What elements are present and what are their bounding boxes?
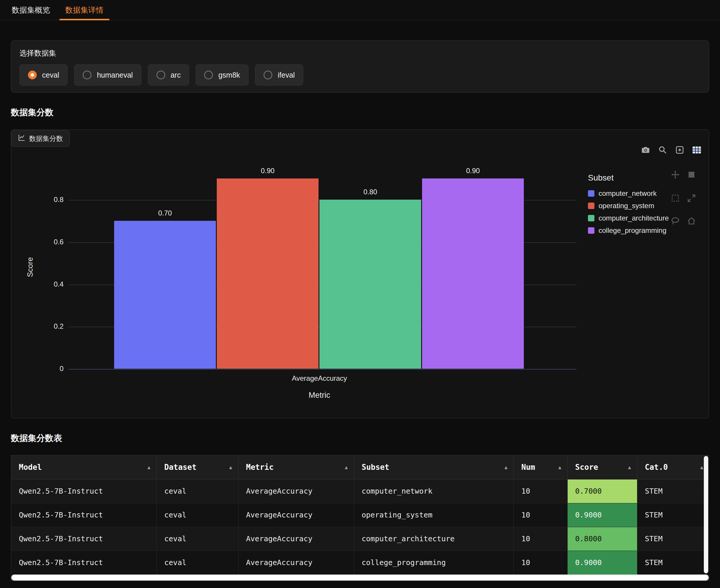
y-tick-label: 0.8 (23, 195, 64, 204)
radio-label: humaneval (97, 71, 132, 79)
zoom-icon[interactable] (657, 144, 668, 155)
radio-ifeval[interactable]: ifeval (255, 64, 303, 86)
score-cell: 0.7000 (567, 479, 637, 503)
scrollbar-thumb[interactable] (12, 575, 708, 580)
horizontal-scrollbar[interactable] (11, 574, 709, 581)
dataset-cell: ceval (157, 479, 238, 503)
table-row: Qwen2.5-7B-Instruct ceval AverageAccurac… (11, 527, 709, 551)
radio-ceval[interactable]: ceval (19, 64, 68, 86)
dataset-radio-group: ceval humaneval arc gsm8k ifeval (19, 64, 701, 86)
radio-humaneval[interactable]: humaneval (74, 64, 141, 86)
num-cell: 10 (514, 479, 567, 503)
legend-item-label: operating_system (598, 202, 654, 210)
chart-tab-button[interactable]: 数据集分数 (11, 130, 70, 147)
metric-cell: AverageAccuracy (238, 551, 354, 574)
legend-item-college-programming[interactable]: college_programming (588, 224, 715, 237)
model-cell: Qwen2.5-7B-Instruct (11, 479, 157, 503)
subset-cell: college_programming (354, 551, 514, 574)
radio-label: ceval (42, 71, 59, 79)
model-cell: Qwen2.5-7B-Instruct (11, 503, 157, 527)
bar-value-label: 0.80 (320, 188, 421, 196)
top-tabbar: 数据集概览 数据集详情 (0, 0, 720, 20)
bar-chart: 0.8 0.6 0.4 0.2 0 Score 0.70 0.90 0.80 0… (11, 130, 709, 418)
column-header-model[interactable]: Model▲ (11, 456, 157, 479)
legend-item-label: computer_architecture (598, 214, 669, 222)
column-header-dataset[interactable]: Dataset▲ (157, 456, 238, 479)
y-tick-label: 0 (23, 364, 64, 373)
radio-label: gsm8k (218, 71, 240, 79)
table-row: Qwen2.5-7B-Instruct ceval AverageAccurac… (11, 479, 709, 503)
dataset-cell: ceval (157, 503, 238, 527)
bar-computer-network[interactable] (114, 221, 216, 369)
legend-title: Subset (588, 173, 715, 183)
legend-swatch-icon (588, 215, 594, 222)
radio-label: ifeval (277, 71, 295, 79)
score-cell: 0.9000 (567, 551, 637, 574)
radio-unselected-icon (83, 70, 91, 79)
legend-item-computer-network[interactable]: computer_network (588, 187, 715, 200)
category-cell: STEM (637, 551, 709, 574)
table-header-row: Model▲ Dataset▲ Metric▲ Subset▲ Num▲ Sco… (11, 456, 709, 479)
bar-operating-system[interactable] (217, 178, 318, 369)
column-header-cat0[interactable]: Cat.0▲ (637, 456, 709, 479)
radio-unselected-icon (264, 70, 272, 79)
tab-dataset-details[interactable]: 数据集详情 (58, 0, 111, 20)
x-axis-line (68, 369, 576, 370)
model-cell: Qwen2.5-7B-Instruct (11, 551, 157, 574)
sort-asc-icon[interactable]: ▲ (345, 464, 348, 470)
bar-computer-architecture[interactable] (320, 200, 421, 369)
column-header-num[interactable]: Num▲ (514, 456, 567, 479)
legend-item-operating-system[interactable]: operating_system (588, 200, 715, 212)
bar-value-label: 0.70 (114, 209, 216, 217)
legend-item-computer-architecture[interactable]: computer_architecture (588, 212, 715, 224)
num-cell: 10 (514, 551, 567, 574)
chart-section-heading: 数据集分数 (11, 107, 709, 119)
camera-icon[interactable] (640, 144, 651, 155)
sort-asc-icon[interactable]: ▲ (628, 464, 631, 470)
radio-arc[interactable]: arc (148, 64, 189, 86)
x-tick-label: AverageAccuracy (114, 374, 525, 382)
zoom-in-icon[interactable] (674, 144, 685, 155)
main-content: 选择数据集 ceval humaneval arc gsm8k ifeval (0, 40, 720, 581)
metric-cell: AverageAccuracy (238, 503, 354, 527)
radio-unselected-icon (204, 70, 213, 79)
score-chart-panel: 数据集分数 0.8 0.6 0.4 (11, 129, 709, 418)
legend-item-label: computer_network (598, 189, 657, 197)
legend-swatch-icon (588, 227, 594, 234)
bar-college-programming[interactable] (422, 178, 524, 369)
legend-swatch-icon (588, 190, 594, 197)
table-section-heading: 数据集分数表 (11, 433, 709, 444)
sort-asc-icon[interactable]: ▲ (229, 464, 232, 470)
sort-asc-icon[interactable]: ▲ (700, 464, 703, 470)
y-axis-title: Score (26, 208, 35, 326)
chart-toolbar (640, 144, 702, 155)
sort-asc-icon[interactable]: ▲ (505, 464, 507, 470)
radio-label: arc (170, 71, 181, 79)
legend-item-label: college_programming (598, 226, 666, 235)
dataset-cell: ceval (157, 527, 238, 551)
column-header-subset[interactable]: Subset▲ (354, 456, 514, 479)
subset-cell: operating_system (354, 503, 514, 527)
radio-unselected-icon (157, 70, 165, 79)
radio-selected-icon (28, 70, 37, 79)
line-chart-icon (18, 134, 26, 143)
metric-cell: AverageAccuracy (238, 527, 354, 551)
bar-value-label: 0.90 (422, 167, 524, 175)
x-axis-title: Metric (114, 391, 525, 400)
table-view-icon[interactable] (691, 144, 702, 155)
score-cell: 0.8000 (567, 527, 637, 551)
dataset-selector-panel: 选择数据集 ceval humaneval arc gsm8k ifeval (11, 40, 709, 92)
metric-cell: AverageAccuracy (238, 479, 354, 503)
subset-cell: computer_architecture (354, 527, 514, 551)
sort-asc-icon[interactable]: ▲ (558, 464, 561, 470)
tab-dataset-overview[interactable]: 数据集概览 (4, 0, 58, 20)
table-row: Qwen2.5-7B-Instruct ceval AverageAccurac… (11, 503, 709, 527)
score-cell: 0.9000 (567, 503, 637, 527)
num-cell: 10 (514, 527, 567, 551)
category-cell: STEM (637, 527, 709, 551)
sort-asc-icon[interactable]: ▲ (147, 464, 150, 470)
column-header-metric[interactable]: Metric▲ (238, 456, 354, 479)
radio-gsm8k[interactable]: gsm8k (196, 64, 249, 86)
vertical-scrollbar[interactable] (704, 456, 708, 573)
column-header-score[interactable]: Score▲ (567, 456, 637, 479)
